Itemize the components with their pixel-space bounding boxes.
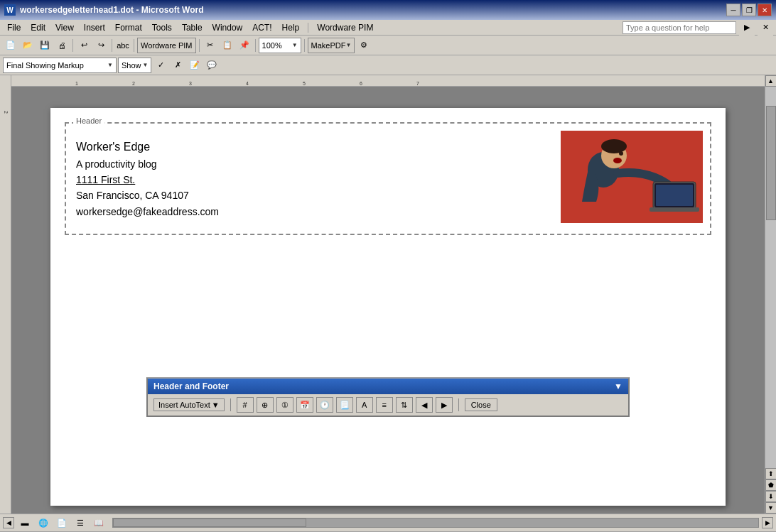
header-text-area: Worker's Edge A productivity blog 1111 F…	[73, 131, 222, 227]
undo-button[interactable]: ↩	[76, 38, 92, 53]
scroll-up-button[interactable]: ▲	[765, 75, 777, 87]
outline-view-button[interactable]: ☰	[72, 515, 88, 531]
menu-file[interactable]: File	[3, 21, 25, 34]
menu-format[interactable]: Format	[111, 21, 146, 34]
toolbar-main: 📄 📂 💾 🖨 ↩ ↪ abc Wordware PIM ✂ 📋 📌 100% …	[0, 36, 776, 55]
hf-insert-date[interactable]: 📅	[296, 397, 313, 413]
hf-page-setup[interactable]: 📃	[336, 397, 353, 413]
ruler-v-marks: 1 2 3	[0, 89, 11, 135]
hf-insert-time[interactable]: 🕐	[316, 397, 333, 413]
new-button[interactable]: 📄	[3, 38, 18, 53]
document-scroll-area[interactable]: Header Worker's Edge A productivity blog…	[11, 87, 765, 514]
makepdf-label: MakePDF	[311, 41, 346, 50]
document-body[interactable]	[65, 292, 711, 363]
ruler-content: 1 2 3 4 5 6 7	[18, 75, 758, 86]
zoom-value: 100%	[262, 41, 282, 50]
show-dropdown[interactable]: Show ▼	[118, 58, 151, 73]
hf-show-doc-text[interactable]: A	[356, 397, 373, 413]
menu-act[interactable]: ACT!	[248, 21, 276, 34]
svg-point-9	[619, 151, 623, 156]
vertical-scrollbar: ▲ ⬆ ⬟ ⬇ ▼	[765, 75, 776, 514]
hf-switch-hf[interactable]: ⇅	[396, 397, 413, 413]
menu-wordware[interactable]: Wordware PIM	[313, 21, 377, 34]
paste-button[interactable]: 📌	[237, 38, 252, 53]
insert-autotext-arrow: ▼	[212, 401, 220, 409]
print-button[interactable]: 🖨	[54, 38, 70, 53]
scroll-down-button[interactable]: ▼	[765, 502, 777, 514]
accept-all-button[interactable]: ✓	[153, 58, 168, 73]
copy-button[interactable]: 📋	[220, 38, 235, 53]
ruler-mark-2: 2	[132, 81, 135, 86]
scroll-prev-page[interactable]: ⬆	[765, 468, 777, 479]
help-input[interactable]	[623, 21, 736, 34]
cut-button[interactable]: ✂	[203, 38, 218, 53]
toolbar-sep-2	[112, 39, 112, 52]
hf-insert-page-num[interactable]: #	[237, 397, 254, 413]
close-button[interactable]: ✕	[758, 4, 772, 16]
menu-table[interactable]: Table	[178, 21, 207, 34]
menu-bar: File Edit View Insert Format Tools Table…	[0, 20, 776, 36]
makepdf-button[interactable]: MakePDF ▼	[308, 38, 355, 53]
toolbar-sep-1	[72, 39, 73, 52]
ruler-mark-3: 3	[189, 81, 192, 86]
scroll-thumb-v[interactable]	[766, 106, 776, 220]
hf-close-label: Close	[471, 401, 491, 409]
extra-button[interactable]: ⚙	[356, 38, 372, 53]
menu-tools[interactable]: Tools	[148, 21, 176, 34]
spell-button[interactable]: abc	[115, 38, 131, 53]
document-area: 1 2 3 4 5 6 7 Header Worker's Edge A p	[11, 75, 765, 514]
document-page: Header Worker's Edge A productivity blog…	[50, 108, 726, 506]
hf-same-as-prev[interactable]: ≡	[376, 397, 393, 413]
hf-format-page-num[interactable]: ①	[276, 397, 293, 413]
hf-insert-page-count[interactable]: ⊕	[257, 397, 274, 413]
restore-button[interactable]: ❐	[742, 4, 756, 16]
wordware-pim-label: Wordware PIM	[141, 41, 193, 50]
top-ruler: 1 2 3 4 5 6 7	[11, 75, 765, 87]
reject-button[interactable]: ✗	[170, 58, 185, 73]
minimize-button[interactable]: ─	[726, 4, 740, 16]
scroll-thumb-h[interactable]	[113, 519, 306, 527]
menu-insert[interactable]: Insert	[80, 21, 109, 34]
zoom-dropdown[interactable]: 100% ▼	[259, 38, 301, 53]
toolbar-review: Final Showing Markup ▼ Show ▼ ✓ ✗ 📝 💬	[0, 55, 776, 75]
markup-dropdown[interactable]: Final Showing Markup ▼	[3, 58, 117, 73]
open-button[interactable]: 📂	[20, 38, 36, 53]
hf-toolbar-title-label: Header and Footer	[153, 381, 229, 391]
reading-view-button[interactable]: 📖	[91, 515, 107, 531]
scroll-right-button[interactable]: ▶	[762, 517, 773, 528]
insert-autotext-label: Insert AutoText	[158, 401, 210, 409]
hf-collapse-icon[interactable]: ▼	[614, 381, 623, 391]
scroll-select[interactable]: ⬟	[765, 479, 777, 491]
wordware-pim-button[interactable]: Wordware PIM	[137, 38, 196, 53]
hf-toolbar-body: Insert AutoText ▼ # ⊕ ① 📅 🕐 📃 A ≡ ⇅ ◀	[148, 394, 628, 416]
save-button[interactable]: 💾	[37, 38, 53, 53]
hf-toolbar-title: Header and Footer ▼	[148, 379, 628, 394]
help-search-button[interactable]: ▶	[739, 20, 755, 36]
scroll-left-button[interactable]: ◀	[3, 517, 14, 528]
header-image	[561, 131, 703, 223]
track-changes-button[interactable]: 📝	[187, 58, 203, 73]
svg-point-3	[601, 139, 627, 153]
menu-view[interactable]: View	[51, 21, 78, 34]
show-arrow-icon: ▼	[143, 62, 149, 68]
help-close-button[interactable]: ✕	[758, 20, 773, 36]
hf-close-button[interactable]: Close	[465, 398, 497, 411]
svg-rect-6	[656, 185, 693, 206]
scroll-track-v[interactable]	[765, 87, 777, 468]
left-ruler: 1 2 3	[0, 75, 11, 514]
redo-button[interactable]: ↪	[93, 38, 109, 53]
menu-help[interactable]: Help	[278, 21, 304, 34]
hf-show-prev[interactable]: ◀	[416, 397, 433, 413]
scroll-track-h[interactable]	[112, 518, 759, 528]
comment-button[interactable]: 💬	[204, 58, 220, 73]
menu-edit[interactable]: Edit	[26, 21, 50, 34]
insert-autotext-button[interactable]: Insert AutoText ▼	[153, 398, 225, 411]
web-layout-button[interactable]: 🌐	[36, 515, 51, 531]
print-layout-button[interactable]: 📄	[54, 515, 70, 531]
window-controls: ─ ❐ ✕	[726, 4, 772, 16]
hf-show-next[interactable]: ▶	[436, 397, 453, 413]
menu-window[interactable]: Window	[208, 21, 247, 34]
scroll-next-page[interactable]: ⬇	[765, 491, 777, 502]
normal-view-button[interactable]: ▬	[17, 515, 33, 531]
toolbar-sep-5	[255, 39, 256, 52]
